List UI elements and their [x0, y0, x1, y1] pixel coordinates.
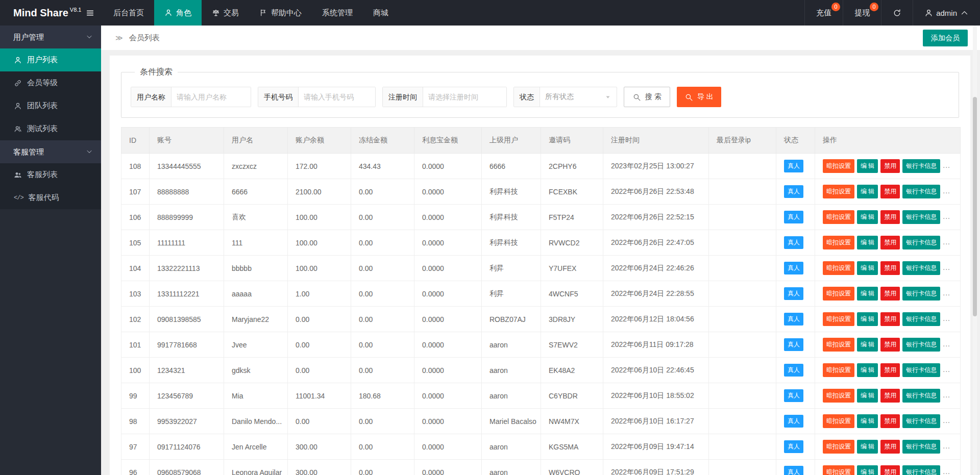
topnav-item-trade[interactable]: 交易 [202, 0, 249, 26]
action-disable-button[interactable]: 禁用 [880, 389, 900, 403]
action-bank-button[interactable]: 银行卡信息 [902, 261, 940, 275]
status-badge[interactable]: 真人 [784, 313, 803, 326]
action-bank-button[interactable]: 银行卡信息 [902, 236, 940, 249]
status-badge[interactable]: 真人 [784, 389, 803, 402]
action-deduct-button[interactable]: 暗扣设置 [823, 338, 854, 352]
action-disable-button[interactable]: 禁用 [880, 440, 900, 454]
status-badge[interactable]: 真人 [784, 160, 803, 172]
action-bank-button[interactable]: 银行卡信息 [902, 363, 940, 377]
action-deduct-button[interactable]: 暗扣设置 [823, 363, 854, 377]
user-menu[interactable]: admin [913, 0, 980, 26]
action-bank-button[interactable]: 银行卡信息 [902, 440, 940, 454]
action-disable-button[interactable]: 禁用 [880, 287, 900, 301]
action-more-button[interactable]: ... [943, 467, 950, 475]
action-bank-button[interactable]: 银行卡信息 [902, 389, 940, 403]
action-deduct-button[interactable]: 暗扣设置 [823, 414, 854, 428]
action-edit-button[interactable]: 编 辑 [857, 363, 878, 377]
sidebar-item-member-level[interactable]: 会员等级 [0, 71, 101, 94]
action-deduct-button[interactable]: 暗扣设置 [823, 287, 854, 301]
action-edit-button[interactable]: 编 辑 [857, 261, 878, 275]
status-badge[interactable]: 真人 [784, 262, 803, 274]
action-more-button[interactable]: ... [943, 391, 950, 399]
action-deduct-button[interactable]: 暗扣设置 [823, 440, 854, 454]
search-button[interactable]: 搜 索 [624, 87, 670, 107]
topnav-item-help[interactable]: 帮助中心 [249, 0, 312, 26]
topnav-item-mall[interactable]: 商城 [363, 0, 399, 26]
action-disable-button[interactable]: 禁用 [880, 414, 900, 428]
action-edit-button[interactable]: 编 辑 [857, 159, 878, 173]
status-badge[interactable]: 真人 [784, 211, 803, 223]
sidebar-item-service-code[interactable]: </>客服代码 [0, 186, 101, 209]
action-disable-button[interactable]: 禁用 [880, 363, 900, 377]
status-badge[interactable]: 真人 [784, 236, 803, 249]
action-disable-button[interactable]: 禁用 [880, 261, 900, 275]
action-disable-button[interactable]: 禁用 [880, 185, 900, 198]
action-bank-button[interactable]: 银行卡信息 [902, 312, 940, 326]
status-badge[interactable]: 真人 [784, 466, 803, 475]
action-more-button[interactable]: ... [943, 238, 950, 246]
topbar-recharge-button[interactable]: 充值0 [804, 0, 843, 26]
vertical-scrollbar[interactable] [973, 26, 977, 475]
sidebar-toggle-button[interactable] [77, 0, 103, 26]
action-more-button[interactable]: ... [943, 340, 950, 348]
action-deduct-button[interactable]: 暗扣设置 [823, 261, 854, 275]
action-edit-button[interactable]: 编 辑 [857, 338, 878, 352]
topbar-withdraw-button[interactable]: 提现0 [843, 0, 881, 26]
action-edit-button[interactable]: 编 辑 [857, 236, 878, 249]
action-bank-button[interactable]: 银行卡信息 [902, 185, 940, 198]
sidebar-item-service-list[interactable]: 客服列表 [0, 163, 101, 186]
action-deduct-button[interactable]: 暗扣设置 [823, 389, 854, 403]
action-disable-button[interactable]: 禁用 [880, 159, 900, 173]
sidebar-group-service-management[interactable]: 客服管理 [0, 140, 101, 163]
action-bank-button[interactable]: 银行卡信息 [902, 414, 940, 428]
action-more-button[interactable]: ... [943, 161, 950, 169]
status-badge[interactable]: 真人 [784, 364, 803, 377]
action-bank-button[interactable]: 银行卡信息 [902, 159, 940, 173]
filter-username-input[interactable] [172, 87, 251, 107]
action-bank-button[interactable]: 银行卡信息 [902, 210, 940, 224]
sidebar-item-team-list[interactable]: 团队列表 [0, 94, 101, 117]
status-badge[interactable]: 真人 [784, 415, 803, 428]
action-bank-button[interactable]: 银行卡信息 [902, 287, 940, 301]
action-disable-button[interactable]: 禁用 [880, 210, 900, 224]
action-more-button[interactable]: ... [943, 289, 950, 297]
action-edit-button[interactable]: 编 辑 [857, 465, 878, 475]
export-button[interactable]: 导 出 [677, 87, 721, 107]
action-disable-button[interactable]: 禁用 [880, 338, 900, 352]
filter-status-select[interactable]: 所有状态 [540, 87, 617, 107]
topnav-item-system[interactable]: 系统管理 [312, 0, 363, 26]
filter-phone-input[interactable] [299, 87, 375, 107]
action-edit-button[interactable]: 编 辑 [857, 389, 878, 403]
action-edit-button[interactable]: 编 辑 [857, 287, 878, 301]
scrollbar-thumb[interactable] [973, 97, 977, 316]
action-deduct-button[interactable]: 暗扣设置 [823, 159, 854, 173]
action-disable-button[interactable]: 禁用 [880, 465, 900, 475]
action-disable-button[interactable]: 禁用 [880, 312, 900, 326]
action-edit-button[interactable]: 编 辑 [857, 185, 878, 198]
action-edit-button[interactable]: 编 辑 [857, 210, 878, 224]
status-badge[interactable]: 真人 [784, 440, 803, 453]
action-deduct-button[interactable]: 暗扣设置 [823, 185, 854, 198]
action-deduct-button[interactable]: 暗扣设置 [823, 465, 854, 475]
sidebar-item-test-list[interactable]: 测试列表 [0, 117, 101, 140]
action-edit-button[interactable]: 编 辑 [857, 440, 878, 454]
action-deduct-button[interactable]: 暗扣设置 [823, 312, 854, 326]
action-more-button[interactable]: ... [943, 187, 950, 195]
status-badge[interactable]: 真人 [784, 287, 803, 300]
action-deduct-button[interactable]: 暗扣设置 [823, 236, 854, 249]
action-more-button[interactable]: ... [943, 314, 950, 322]
status-badge[interactable]: 真人 [784, 338, 803, 351]
action-more-button[interactable]: ... [943, 263, 950, 271]
action-disable-button[interactable]: 禁用 [880, 236, 900, 249]
action-bank-button[interactable]: 银行卡信息 [902, 465, 940, 475]
action-bank-button[interactable]: 银行卡信息 [902, 338, 940, 352]
sidebar-item-user-list[interactable]: 用户列表 [0, 48, 101, 71]
topnav-item-home[interactable]: 后台首页 [103, 0, 154, 26]
action-edit-button[interactable]: 编 辑 [857, 312, 878, 326]
sidebar-group-user-management[interactable]: 用户管理 [0, 26, 101, 48]
action-more-button[interactable]: ... [943, 365, 950, 373]
topnav-item-role[interactable]: 角色 [154, 0, 202, 26]
action-edit-button[interactable]: 编 辑 [857, 414, 878, 428]
status-badge[interactable]: 真人 [784, 185, 803, 198]
filter-regtime-input[interactable] [423, 87, 506, 107]
